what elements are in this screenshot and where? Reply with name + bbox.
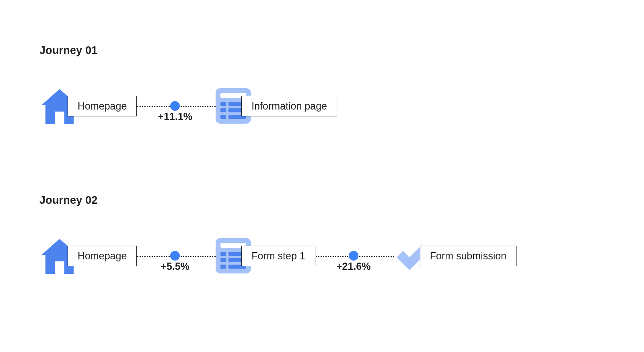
svg-rect-2: [220, 102, 226, 106]
step-form-submission: Form submission: [392, 232, 516, 280]
journey-flow: Homepage +5.5% Form step 1: [39, 232, 516, 280]
svg-rect-10: [220, 252, 226, 256]
connector: +21.6%: [315, 232, 392, 280]
step-label: Homepage: [68, 246, 137, 266]
svg-rect-4: [220, 108, 226, 112]
step-label: Information page: [241, 96, 337, 116]
step-label: Homepage: [68, 96, 137, 116]
journey-title: Journey 02: [39, 194, 516, 207]
step-homepage: Homepage: [39, 82, 137, 130]
svg-rect-6: [220, 115, 226, 119]
journey-title: Journey 01: [39, 44, 337, 57]
connector-delta: +5.5%: [161, 261, 190, 272]
step-form-step-1: Form step 1: [213, 232, 315, 280]
connector-dot-icon: [170, 251, 180, 261]
svg-rect-12: [220, 258, 226, 262]
connector-delta: +11.1%: [158, 111, 193, 122]
connector-dot-icon: [170, 101, 180, 111]
step-information-page: Information page: [213, 82, 337, 130]
journey-flow: Homepage +11.1% Information page: [39, 82, 337, 130]
svg-rect-14: [220, 265, 226, 269]
connector-delta: +21.6%: [336, 261, 371, 272]
step-homepage: Homepage: [39, 232, 137, 280]
step-label: Form step 1: [241, 246, 315, 266]
journey-01: Journey 01 Homepage +11.1%: [39, 44, 337, 130]
connector: +11.1%: [137, 82, 213, 130]
journey-02: Journey 02 Homepage +5.5%: [39, 194, 516, 280]
connector-dot-icon: [349, 251, 358, 261]
connector: +5.5%: [137, 232, 213, 280]
step-label: Form submission: [420, 246, 516, 266]
